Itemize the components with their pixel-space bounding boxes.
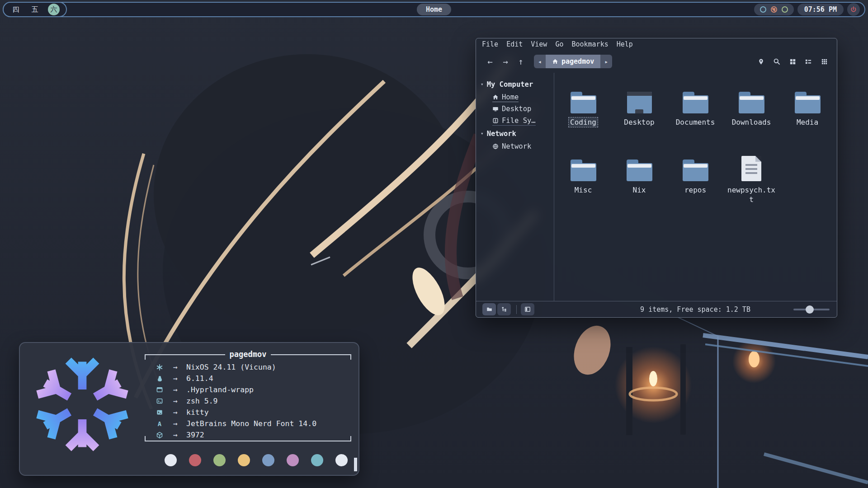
- terminal-cursor[interactable]: [354, 458, 357, 471]
- folder-icon: [683, 92, 708, 113]
- menu-edit[interactable]: Edit: [506, 40, 523, 50]
- focused-window-title: Home: [417, 4, 451, 15]
- search-icon: [773, 58, 780, 65]
- shell-icon: [156, 398, 163, 404]
- current-path-tab[interactable]: pagedmov: [546, 55, 600, 68]
- sidebar-item-file-system[interactable]: File Sy…: [492, 116, 536, 126]
- file-item-nix[interactable]: Nix: [611, 151, 667, 219]
- folder-icon: [571, 92, 596, 113]
- file-item-coding[interactable]: Coding: [555, 84, 611, 151]
- palette-dot: [335, 454, 348, 466]
- workspace-5[interactable]: 五: [29, 4, 41, 15]
- folder-small-icon: [486, 306, 492, 312]
- filesystem-disk-icon: [492, 117, 499, 124]
- file-item-downloads[interactable]: Downloads: [723, 84, 779, 151]
- list-view-button[interactable]: [802, 55, 815, 68]
- linux-kernel-icon: [156, 375, 163, 382]
- power-button[interactable]: [847, 3, 860, 16]
- location-button[interactable]: [755, 55, 767, 68]
- folder-icon: [627, 160, 652, 181]
- file-item-media[interactable]: Media: [779, 84, 835, 151]
- file-manager-window: File Edit View Go Bookmarks Help ← → ↑ ◂…: [476, 38, 837, 318]
- fetch-row-wm: → .Hyprland-wrapp: [155, 384, 347, 395]
- palette-dot: [165, 454, 177, 466]
- font-icon: A: [156, 420, 163, 427]
- svg-text:A: A: [158, 420, 162, 427]
- circle-outline-blue-icon: [760, 6, 766, 13]
- fetch-row-kernel: → 6.11.4: [155, 373, 347, 384]
- sidebar-section-my-computer[interactable]: ▾ My Computer: [481, 78, 554, 90]
- workspaces-module: 四 五 六: [3, 2, 67, 17]
- desktop-icon: [492, 106, 499, 112]
- back-button[interactable]: ←: [482, 55, 498, 68]
- toggle-side-pane-button[interactable]: [521, 303, 534, 315]
- palette-dot: [189, 454, 201, 466]
- workspace-4[interactable]: 四: [10, 4, 22, 15]
- desktop-folder-icon: [627, 92, 652, 113]
- power-icon: [850, 6, 857, 13]
- show-files-button[interactable]: [482, 303, 496, 315]
- fetch-row-terminal: → kitty: [155, 407, 347, 418]
- menu-help[interactable]: Help: [617, 40, 633, 50]
- sidebar-section-network[interactable]: ▾ Network: [481, 127, 554, 140]
- menu-go[interactable]: Go: [555, 40, 563, 50]
- globe-icon: [492, 143, 499, 150]
- show-tree-button[interactable]: [497, 303, 511, 315]
- palette-dot: [287, 454, 299, 466]
- toolbar: ← → ↑ ◂ pagedmov ▸: [476, 50, 837, 73]
- file-view: Coding Desktop Documents Downloads Media…: [554, 73, 837, 301]
- forward-button[interactable]: →: [498, 55, 513, 68]
- nixos-logo: [33, 355, 132, 454]
- file-item-desktop[interactable]: Desktop: [611, 84, 667, 151]
- text-file-icon: [741, 156, 761, 181]
- folder-icon: [683, 160, 708, 181]
- fetch-row-os: → NixOS 24.11 (Vicuna): [155, 361, 347, 373]
- workspace-6-active[interactable]: 六: [48, 4, 60, 15]
- sidebar-item-home[interactable]: Home: [492, 92, 519, 102]
- sidebar-item-network[interactable]: Network: [492, 141, 531, 151]
- search-button[interactable]: [770, 55, 783, 68]
- palette-dot: [213, 454, 226, 466]
- file-item-repos[interactable]: repos: [667, 151, 723, 219]
- terminal-window: pagedmov → NixOS 24.11 (Vicuna) → 6.11.4: [19, 342, 359, 476]
- up-button[interactable]: ↑: [513, 55, 528, 68]
- menu-view[interactable]: View: [531, 40, 547, 50]
- location-pin-icon: [758, 58, 764, 65]
- fetch-row-font: A → JetBrains Mono Nerd Font 14.0: [155, 418, 347, 429]
- collapse-arrow-icon: ▾: [481, 81, 484, 87]
- window-manager-icon: [156, 386, 163, 393]
- icon-view-button[interactable]: [786, 55, 799, 68]
- grid-view-icon: [789, 58, 796, 65]
- file-item-misc[interactable]: Misc: [555, 151, 611, 219]
- file-item-documents[interactable]: Documents: [667, 84, 723, 151]
- list-view-icon: [805, 58, 812, 65]
- sidebar-divider: [554, 73, 554, 301]
- icon-size-slider[interactable]: [793, 303, 830, 315]
- circle-outline-green-icon: [782, 6, 788, 13]
- tree-view-icon: [501, 306, 507, 312]
- tab-scroll-right-button[interactable]: ▸: [600, 55, 612, 68]
- pie-orange-icon: [771, 6, 777, 13]
- home-icon: [492, 94, 499, 100]
- fetch-hostname: pagedmov: [225, 350, 271, 359]
- folder-icon: [739, 92, 764, 113]
- file-item-newpsych-txt[interactable]: newpsych.txt: [723, 151, 779, 219]
- tab-scroll-left-button[interactable]: ◂: [534, 55, 546, 68]
- home-icon: [552, 58, 558, 65]
- status-indicators-module[interactable]: [754, 4, 794, 15]
- top-bar: 四 五 六 Home 07:56 PM: [3, 2, 865, 17]
- packages-icon: [156, 432, 163, 439]
- slider-knob[interactable]: [806, 305, 814, 314]
- menu-bookmarks[interactable]: Bookmarks: [571, 40, 608, 50]
- places-sidebar: ▾ My Computer Home Desktop: [476, 73, 554, 301]
- palette-dot: [262, 454, 274, 466]
- compact-view-button[interactable]: [818, 55, 830, 68]
- folder-icon: [795, 92, 821, 113]
- sidebar-item-desktop[interactable]: Desktop: [492, 104, 531, 114]
- fetch-frame: pagedmov → NixOS 24.11 (Vicuna) → 6.11.4: [145, 354, 351, 441]
- status-bar: 9 items, Free space: 1.2 TB: [476, 301, 837, 317]
- clock[interactable]: 07:56 PM: [797, 4, 844, 15]
- menu-file[interactable]: File: [482, 40, 498, 50]
- compact-grid-icon: [821, 58, 828, 65]
- nixos-icon: [156, 364, 163, 371]
